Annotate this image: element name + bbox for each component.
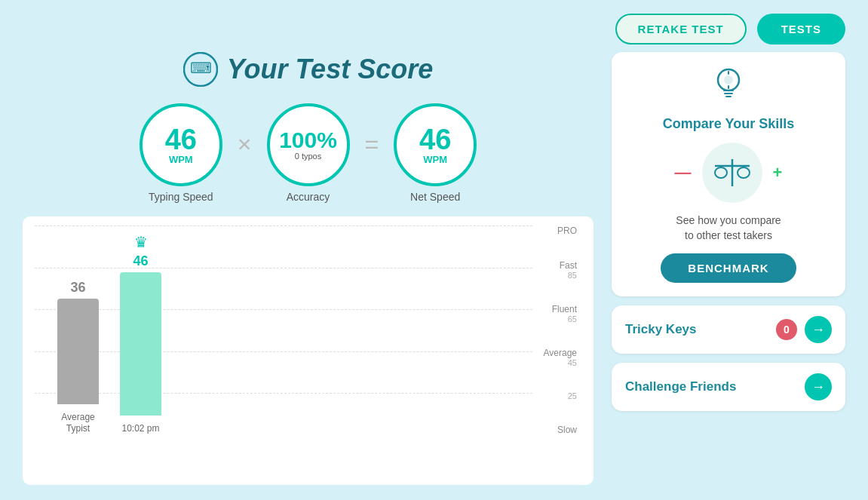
svg-point-3	[724, 75, 733, 84]
equals-operator: =	[365, 130, 379, 158]
y-label-fast: Fast	[560, 260, 577, 271]
typing-speed-block: 46 WPM Typing Speed	[140, 103, 222, 203]
typing-speed-value: 46	[165, 125, 197, 154]
scale-plus-icon: +	[773, 163, 783, 183]
y-num-25: 25	[568, 391, 577, 400]
bar-average-rect	[57, 299, 99, 404]
challenge-friends-label: Challenge Friends	[625, 379, 736, 394]
compare-card: Compare Your Skills — + See how you comp…	[612, 52, 845, 296]
tricky-keys-label: Tricky Keys	[625, 322, 697, 337]
bar-user-label: 10:02 pm	[121, 423, 159, 435]
net-speed-circle: 46 WPM	[394, 103, 477, 186]
score-circles: 46 WPM Typing Speed × 100% 0 typos Accur…	[23, 103, 593, 203]
challenge-friends-card: Challenge Friends →	[612, 363, 845, 411]
challenge-friends-right: →	[805, 373, 832, 400]
y-label-average: Average	[544, 348, 577, 358]
y-label-fluent: Fluent	[552, 304, 577, 314]
y-num-85: 85	[568, 271, 577, 280]
scale-minus-icon: —	[675, 163, 692, 183]
net-speed-value: 46	[419, 125, 451, 154]
net-speed-unit: WPM	[423, 154, 447, 165]
challenge-friends-arrow-button[interactable]: →	[805, 373, 832, 400]
typing-speed-unit: WPM	[169, 154, 193, 165]
y-label-pro: PRO	[557, 225, 577, 236]
accuracy-value: 100%	[279, 129, 337, 152]
svg-point-9	[738, 167, 750, 178]
bar-user: ♛ 46 10:02 pm	[120, 233, 161, 435]
svg-point-8	[715, 167, 727, 178]
svg-text:⌨: ⌨	[189, 60, 211, 76]
y-num-65: 65	[568, 314, 577, 324]
benchmark-button[interactable]: BENCHMARK	[661, 253, 796, 283]
bar-user-value: 46	[133, 253, 148, 269]
net-speed-block: 46 WPM Net Speed	[394, 103, 477, 203]
typing-speed-label: Typing Speed	[149, 191, 213, 203]
retake-test-button[interactable]: RETAKE TEST	[615, 14, 747, 44]
tricky-keys-right: 0 →	[776, 316, 832, 343]
accuracy-circle: 100% 0 typos	[267, 103, 350, 186]
scale-icon-bg	[702, 143, 762, 203]
compare-title: Compare Your Skills	[663, 116, 794, 132]
bar-average: 36 AverageTypist	[57, 280, 99, 435]
accuracy-sub: 0 typos	[295, 152, 321, 161]
y-axis-labels: PRO Fast 85 Fluent 65 Average 45	[532, 225, 581, 473]
scale-row: — +	[675, 143, 783, 203]
compare-sub: See how you compareto other test takers	[676, 213, 781, 243]
chart-container: 36 AverageTypist ♛ 46 10:02 pm	[23, 216, 593, 485]
y-label-slow: Slow	[557, 425, 577, 435]
accuracy-label: Accuracy	[287, 191, 330, 203]
tricky-keys-card: Tricky Keys 0 →	[612, 305, 845, 354]
tests-button[interactable]: TESTS	[757, 14, 845, 44]
bar-average-value: 36	[70, 280, 85, 296]
lightbulb-icon	[713, 67, 744, 109]
net-speed-label: Net Speed	[410, 191, 460, 203]
typing-icon: ⌨	[183, 52, 218, 87]
y-num-45: 45	[568, 358, 577, 367]
right-panel: Compare Your Skills — + See how you comp…	[612, 52, 845, 485]
bar-user-rect	[120, 272, 161, 416]
crown-icon: ♛	[134, 233, 148, 251]
accuracy-block: 100% 0 typos Accuracy	[267, 103, 350, 203]
chart-bars-area: 36 AverageTypist ♛ 46 10:02 pm	[35, 225, 532, 473]
page-title: Your Test Score	[227, 54, 433, 85]
typing-speed-circle: 46 WPM	[140, 103, 222, 186]
multiply-operator: ×	[238, 130, 252, 158]
bar-average-label: AverageTypist	[61, 412, 94, 435]
tricky-keys-arrow-button[interactable]: →	[805, 316, 832, 343]
tricky-keys-count: 0	[776, 319, 797, 340]
